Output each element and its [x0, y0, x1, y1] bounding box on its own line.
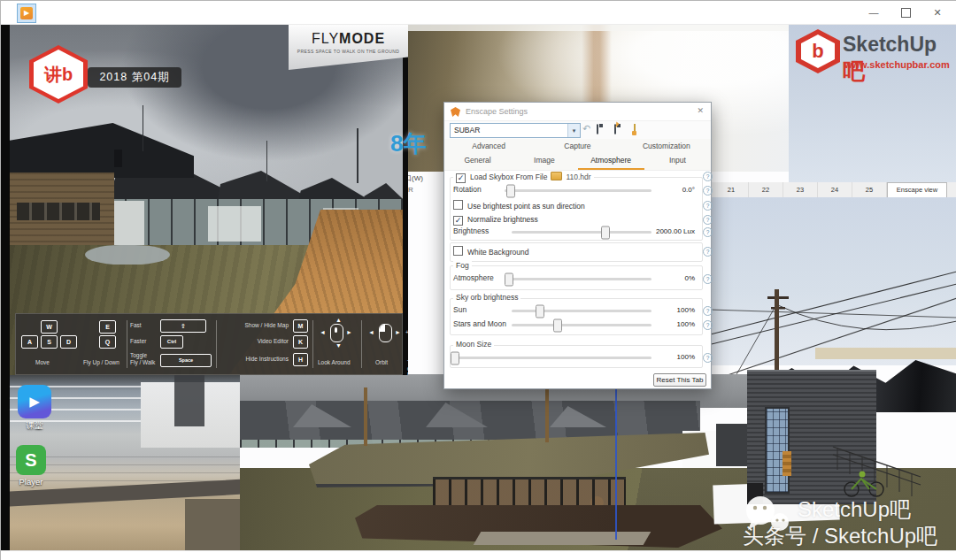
look-around-label: Look Around [318, 359, 351, 365]
skybox-row: ✓Load Skybox From File110.hdr [453, 172, 594, 181]
slider-thumb[interactable] [601, 226, 610, 239]
mouse-wheel [335, 327, 337, 333]
scene-tab-enscape-view[interactable]: Enscape view [887, 182, 947, 197]
reset-tab-button[interactable]: Reset This Tab [653, 373, 706, 387]
moon-size-slider[interactable] [453, 357, 651, 359]
help-icon[interactable]: ? [703, 274, 713, 284]
new-preset-icon[interactable] [634, 124, 636, 134]
sun-direction-checkbox[interactable] [453, 200, 463, 210]
tab-general[interactable]: General [444, 153, 511, 170]
minimize-button[interactable]: — [858, 1, 890, 24]
slider-thumb[interactable] [451, 351, 459, 364]
rotation-slider[interactable] [505, 189, 651, 192]
help-icon[interactable]: ? [703, 201, 713, 211]
tab-atmosphere[interactable]: Atmosphere [578, 153, 644, 170]
watermark-line1: SketchUp吧 [798, 496, 911, 523]
sun-slider[interactable] [512, 310, 651, 312]
fog-atmosphere-label: Atmosphere [453, 272, 494, 284]
save-icon[interactable] [597, 124, 598, 134]
sky-orb-legend: Sky orb brightness [453, 293, 520, 303]
scene-tab[interactable]: 24 [818, 182, 852, 197]
overlay-divider [216, 320, 217, 368]
normalize-checkbox[interactable]: ✓ [453, 216, 463, 226]
toolbar-fragment: R [408, 186, 413, 194]
preset-combobox[interactable]: SUBAR ▾ [450, 123, 581, 138]
enscape-render-frame: FLYMODE PRESS SPACE TO WALK ON THE GROUN… [10, 24, 408, 375]
chevron-down-icon[interactable]: ▾ [567, 124, 580, 137]
help-icon[interactable]: ? [703, 353, 713, 363]
moon-size-legend: Moon Size [453, 340, 494, 349]
normalize-label: Normalize brightness [467, 215, 538, 224]
fog-slider[interactable] [505, 278, 651, 280]
brand-url: www.sketchupbar.com [844, 59, 950, 70]
help-icon[interactable]: ? [703, 215, 713, 225]
skylight [426, 403, 488, 427]
horizon-band [815, 348, 956, 359]
help-icon[interactable]: ? [703, 247, 713, 257]
key-d: D [60, 335, 77, 349]
shortcuts-orbit-section: ◄ ► + Shift Orbit Time of Day [365, 318, 398, 370]
dialog-close-icon[interactable]: ✕ [697, 106, 704, 115]
help-icon[interactable]: ? [703, 227, 713, 237]
slider-thumb[interactable] [506, 184, 515, 197]
stars-slider[interactable] [512, 324, 651, 326]
dark-column [174, 375, 204, 426]
tab-input[interactable]: Input [644, 153, 711, 170]
stars-row: Stars and Moon 100% [453, 318, 702, 330]
close-button[interactable]: ✕ [921, 1, 953, 24]
maximize-button[interactable] [890, 1, 921, 24]
dark-ground [185, 499, 240, 550]
skybox-checkbox[interactable]: ✓ [456, 173, 466, 183]
play-icon: ▶ [20, 7, 33, 19]
flymode-caption: PRESS SPACE TO WALK ON THE GROUND [289, 49, 408, 54]
desktop-icon-classroom[interactable]: ▶ 课堂 [10, 385, 59, 432]
tab-image[interactable]: Image [511, 153, 577, 170]
scene-tab[interactable]: 25 [852, 182, 887, 197]
toggle-label-2: Fly / Walk [130, 359, 155, 365]
sun-row: Sun 100% [453, 304, 702, 316]
tab-customization[interactable]: Customization [622, 139, 711, 153]
episode-logo-text: 讲b [44, 63, 73, 87]
tab-capture[interactable]: Capture [533, 139, 621, 153]
help-icon[interactable]: ? [703, 320, 713, 330]
overlay-divider [127, 320, 127, 368]
frame-seam [403, 24, 408, 375]
watermark: SketchUp吧 头条号 / SketchUp吧 [734, 495, 956, 556]
dialog-titlebar[interactable]: Enscape Settings ✕ [444, 103, 711, 121]
key-ctrl: Ctrl [160, 335, 183, 349]
scene-tab[interactable]: 21 [714, 182, 749, 197]
desktop-icon-player[interactable]: S Player [6, 445, 56, 487]
slider-thumb[interactable] [553, 318, 562, 332]
poster [783, 451, 791, 476]
save-as-icon[interactable] [614, 124, 616, 134]
help-icon[interactable]: ? [703, 172, 713, 181]
help-icon[interactable]: ? [703, 306, 713, 316]
orbit-label: Orbit [375, 359, 388, 365]
white-bg-checkbox[interactable] [453, 246, 463, 256]
slider-thumb[interactable] [536, 304, 544, 318]
desktop-icon-label: Player [6, 477, 56, 487]
rotation-row: Rotation 0.0° [453, 184, 702, 196]
moon-size-row: 100% [453, 351, 702, 363]
folder-icon[interactable] [551, 172, 562, 180]
dialog-tab-row-bottom: General Image Atmosphere Input [444, 153, 711, 171]
enscape-settings-dialog: Enscape Settings ✕ SUBAR ▾ ↶ Advanced Ca… [443, 102, 712, 389]
scene-tab[interactable]: 22 [749, 182, 783, 197]
help-icon[interactable]: ? [703, 186, 713, 196]
undo-icon[interactable]: ↶ [582, 124, 590, 134]
brightness-row: Brightness 2000.00 Lux [453, 226, 702, 237]
white-bg-row: White Background [453, 246, 702, 257]
brightness-value: 2000.00 Lux [638, 226, 695, 237]
arrow-left-icon: ◄ [320, 329, 326, 335]
bicycle [840, 468, 890, 498]
dialog-title: Enscape Settings [466, 107, 528, 116]
scene-tab[interactable]: 23 [783, 182, 818, 197]
enscape-icon [451, 107, 460, 117]
mouse-lmb-icon [379, 324, 392, 342]
chimney [114, 150, 122, 167]
brightness-slider[interactable] [512, 231, 651, 234]
player-app-icon[interactable]: ▶ [17, 4, 36, 23]
porch [114, 201, 144, 250]
slider-thumb[interactable] [505, 272, 513, 286]
tab-advanced[interactable]: Advanced [444, 139, 533, 153]
